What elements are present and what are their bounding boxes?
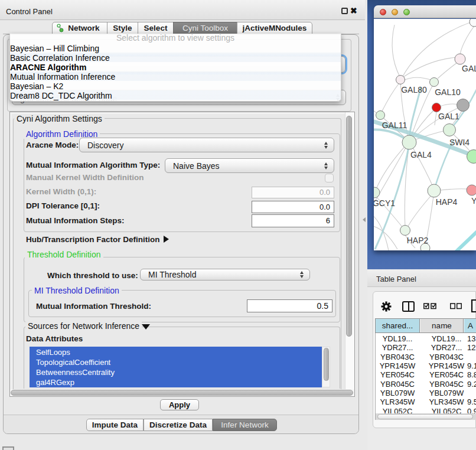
svg-text:GAL1: GAL1 (438, 112, 459, 121)
svg-text:GAL10: GAL10 (435, 87, 461, 97)
svg-text:GAL2: GAL2 (462, 64, 476, 73)
svg-text:SWI4: SWI4 (449, 138, 470, 147)
svg-text:HAP4: HAP4 (436, 197, 458, 207)
svg-text:GCY1: GCY1 (374, 198, 395, 208)
svg-text:GAL4: GAL4 (410, 150, 432, 159)
svg-text:GAL11: GAL11 (382, 120, 407, 130)
svg-text:GAL80: GAL80 (401, 85, 427, 94)
svg-text:YM: YM (471, 196, 476, 206)
svg-text:HAP2: HAP2 (407, 236, 429, 245)
